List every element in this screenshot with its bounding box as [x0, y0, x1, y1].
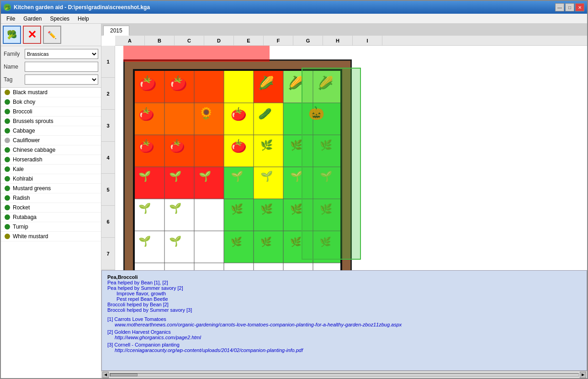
maximize-button[interactable]: □ [565, 3, 574, 11]
species-dot [5, 195, 10, 201]
veg-herb-r6d: 🌿 [231, 203, 243, 215]
horizontal-scrollbar[interactable]: ◀ ▶ [101, 371, 587, 378]
species-item-radish[interactable]: Radish [1, 193, 101, 203]
row-header-2: 2 [101, 78, 115, 110]
veg-tomato-r2a: 🍅 [138, 75, 157, 92]
col-header-b: B [145, 36, 175, 45]
left-panel: 🥦 ✕ ✏️ Family Brassicas Alliums Legumes … [1, 24, 101, 378]
species-item-rocket[interactable]: Rocket [1, 203, 101, 213]
tag-select[interactable] [25, 75, 98, 85]
veg-corn-r2g: 🌽 [318, 75, 334, 91]
species-item-horseradish[interactable]: Horseradish [1, 155, 101, 165]
species-item-white-mustard[interactable]: White mustard [1, 232, 101, 241]
species-item-mustard-greens[interactable]: Mustard greens [1, 184, 101, 193]
minimize-button[interactable]: — [555, 3, 564, 11]
species-item-rutabaga[interactable]: Rutabaga [1, 213, 101, 222]
species-dot [5, 90, 10, 95]
species-label: Radish [13, 195, 30, 201]
veg-tomato-r4d: 🍅 [231, 139, 247, 154]
veg-pea-r5e: 🌱 [260, 171, 273, 182]
veg-herb-r6e: 🌿 [260, 203, 273, 215]
species-item-cabbage[interactable]: Cabbage [1, 126, 101, 136]
veg-beans-r4g: 🌿 [320, 139, 332, 151]
species-label: Bok choy [13, 99, 35, 105]
species-item-kohlrabi[interactable]: Kohlrabi [1, 174, 101, 184]
species-label: Horseradish [13, 156, 42, 163]
species-label: White mustard [13, 233, 48, 240]
species-item-chinese-cabbage[interactable]: Chinese cabbage [1, 145, 101, 155]
veg-pea-r5a: 🌱 [138, 171, 151, 182]
veg-pea-r6a: 🌱 [138, 203, 151, 214]
species-dot [5, 147, 10, 153]
tooltip-line: Improve flavor, growth [107, 291, 581, 296]
species-dot [5, 128, 10, 133]
family-label: Family [4, 51, 22, 57]
veg-tomato-r2b: 🍅 [169, 75, 187, 92]
tag-row: Tag [4, 75, 98, 85]
species-dot [5, 109, 10, 114]
col-header-a: A [115, 36, 145, 45]
name-input[interactable] [25, 62, 98, 72]
species-item-broccoli[interactable]: Broccoli [1, 107, 101, 117]
veg-pea-r5f: 🌱 [290, 171, 302, 182]
col-header-e: E [234, 36, 264, 45]
app-icon: 🥦 [4, 4, 11, 11]
veg-pumpkin-r3g: 🎃 [308, 106, 324, 121]
scroll-right-button[interactable]: ▶ [580, 372, 586, 378]
ref-url: www.motherearthnews.com/organic-gardenin… [107, 322, 581, 327]
species-label: Cauliflower [13, 137, 40, 144]
species-label: Kohlrabi [13, 176, 33, 182]
red-highlight-top [123, 46, 270, 62]
species-dot [5, 234, 10, 239]
species-label: Mustard greens [13, 185, 51, 192]
properties-panel: Family Brassicas Alliums Legumes Name Ta… [1, 46, 101, 88]
species-dot [5, 138, 10, 143]
scroll-track[interactable] [110, 373, 579, 377]
species-item-turnip[interactable]: Turnip [1, 222, 101, 232]
veg-beans-r4e: 🌿 [260, 139, 273, 151]
col-header-i: I [353, 36, 382, 45]
species-dot [5, 224, 10, 230]
veg-herb-r6f: 🌿 [290, 203, 302, 215]
row-header-5: 5 [101, 174, 115, 206]
close-button[interactable]: ✕ [575, 3, 584, 11]
menu-help[interactable]: Help [74, 15, 93, 22]
row-header-1: 1 [101, 46, 115, 78]
menu-garden[interactable]: Garden [20, 15, 45, 22]
name-label: Name [4, 64, 22, 70]
species-item-cauliflower[interactable]: Cauliflower [1, 136, 101, 145]
species-item-bok-choy[interactable]: Bok choy [1, 97, 101, 107]
scroll-left-button[interactable]: ◀ [102, 372, 109, 378]
garden-container[interactable]: 🍅 🍅 🌽 🌽 🌽 🌻 🍅 🍅 [101, 36, 587, 270]
eyedropper-tool-button[interactable]: ✏️ [43, 26, 61, 44]
veg-herb-r7e: 🌿 [260, 236, 272, 247]
species-dot [5, 176, 10, 181]
menu-species[interactable]: Species [46, 15, 73, 22]
menu-file[interactable]: File [3, 15, 19, 22]
veg-beans-r4f: 🌿 [290, 139, 302, 151]
veg-pea-r6b: 🌱 [169, 203, 181, 214]
species-dot [5, 214, 10, 220]
delete-tool-button[interactable]: ✕ [23, 26, 41, 44]
species-item-kale[interactable]: Kale [1, 165, 101, 174]
scroll-thumb[interactable] [110, 374, 138, 376]
tooltip-line: Broccoli helped by Bean [2] [107, 302, 581, 307]
species-label: Black mustard [13, 89, 48, 96]
main-window: 🥦 Kitchen garden aid - D:\pers\gradina\s… [0, 0, 588, 379]
col-header-g: G [293, 36, 323, 45]
veg-pea-r5c: 🌱 [199, 171, 211, 182]
veg-corn-r2f: 🌽 [288, 75, 304, 91]
row-header-6: 6 [101, 206, 115, 238]
family-select[interactable]: Brassicas Alliums Legumes [25, 49, 98, 59]
window-title: Kitchen garden aid - D:\pers\gradina\scr… [14, 4, 150, 11]
ref-url: http://cceniagaracounty.org/wp-content/u… [107, 347, 581, 353]
veg-tomato-r3a: 🍅 [138, 107, 154, 122]
species-label: Broccoli [13, 108, 32, 115]
tooltip-line: Pea helped by Summer savory [2] [107, 285, 581, 291]
species-item-brussels-sprouts[interactable]: Brussels sprouts [1, 117, 101, 126]
species-item-black-mustard[interactable]: Black mustard [1, 88, 101, 97]
broccoli-tool-button[interactable]: 🥦 [3, 26, 21, 44]
tab-2015[interactable]: 2015 [103, 26, 129, 36]
row-header-7: 7 [101, 238, 115, 270]
species-label: Cabbage [13, 128, 35, 134]
